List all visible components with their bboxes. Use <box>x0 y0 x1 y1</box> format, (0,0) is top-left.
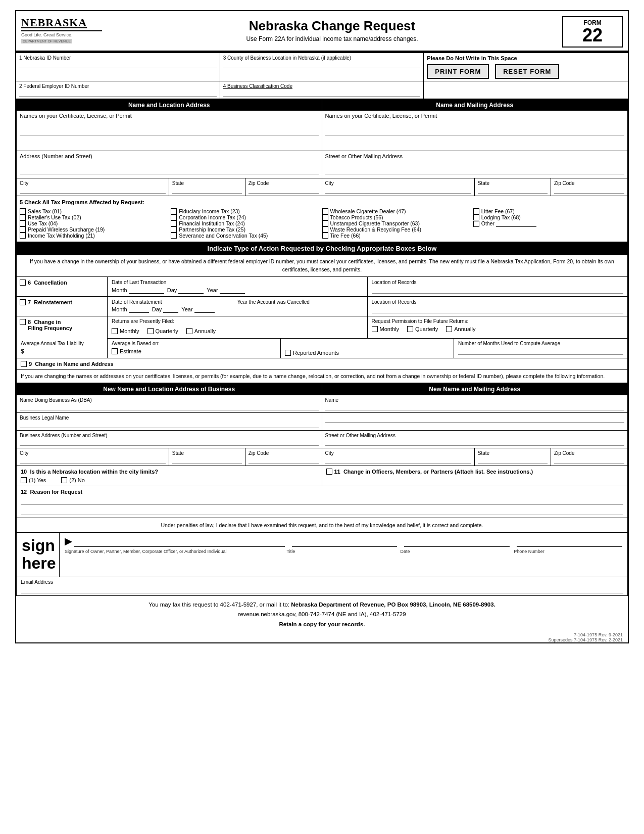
monthly-option-right: Monthly <box>372 326 400 332</box>
business-class-input[interactable] <box>223 90 421 97</box>
section7-location-input[interactable] <box>372 307 624 313</box>
sales-tax-checkbox[interactable] <box>20 208 26 214</box>
cancellation-checkbox[interactable] <box>20 280 26 286</box>
estimate-checkbox[interactable] <box>112 348 118 354</box>
address-input-right <box>322 165 628 178</box>
mailing-address-input[interactable] <box>325 168 625 174</box>
income-tax-wh-checkbox[interactable] <box>20 233 26 239</box>
tobacco-checkbox[interactable] <box>322 214 328 220</box>
new-city-right-input[interactable] <box>325 457 471 464</box>
phone-field[interactable] <box>517 536 622 547</box>
prepaid-wireless-checkbox[interactable] <box>20 226 26 233</box>
annually-checkbox-left[interactable] <box>186 328 192 334</box>
section8-label: 8 Change inFiling Frequency <box>28 319 72 331</box>
location-records-input[interactable] <box>372 287 624 294</box>
city-input[interactable] <box>20 187 166 194</box>
annually-option-right: Annually <box>446 326 475 332</box>
business-class-label: 4 Business Classification Code <box>223 83 421 89</box>
names-left-input[interactable] <box>20 129 319 135</box>
zip-right-cell: Zip Code <box>551 178 627 196</box>
new-mailing-cell: Street or Other Mailing Address <box>322 431 628 448</box>
nebraska-id-input[interactable] <box>19 62 217 68</box>
num-months-cell: Number of Months Used to Compute Average <box>454 339 627 358</box>
monthly-checkbox-left[interactable] <box>112 328 118 334</box>
new-name-input[interactable] <box>325 404 625 410</box>
yes-checkbox[interactable] <box>21 477 27 483</box>
reported-checkbox[interactable] <box>285 350 291 356</box>
location-records-label: Location of Records <box>372 280 624 285</box>
section7-label: 7 Reinstatement <box>28 299 72 305</box>
severance-checkbox[interactable] <box>171 233 177 239</box>
checkbox-use-tax: Use Tax (04) <box>20 220 171 226</box>
partnership-checkbox[interactable] <box>171 226 177 233</box>
quarterly-label-left: Quarterly <box>156 328 178 334</box>
address-street-input[interactable] <box>20 168 319 174</box>
reset-form-button[interactable]: RESET FORM <box>495 64 559 79</box>
checkbox-wholesale-cig: Wholesale Cigarette Dealer (47) <box>322 208 473 214</box>
year-cancelled-label: Year the Account was Cancelled <box>237 299 363 305</box>
fiduciary-checkbox[interactable] <box>171 208 177 214</box>
filing-freq-checkbox[interactable] <box>20 319 26 325</box>
reported-label: Reported Amounts <box>293 350 339 356</box>
names-right-input[interactable] <box>325 129 625 135</box>
estimate-label: Estimate <box>120 348 141 354</box>
monthly-label-right: Monthly <box>380 326 400 332</box>
no-checkbox[interactable] <box>61 477 67 483</box>
signature-field[interactable] <box>74 536 285 547</box>
zip-input[interactable] <box>249 187 319 194</box>
section6-label-cell: 6 Cancellation <box>17 277 108 296</box>
sign-arrow: ▶ <box>65 536 72 547</box>
wholesale-cig-checkbox[interactable] <box>322 208 328 214</box>
change-name-address-checkbox[interactable] <box>21 361 27 367</box>
waste-checkbox[interactable] <box>322 226 328 233</box>
tire-fee-checkbox[interactable] <box>322 233 328 239</box>
avg-tax-cell: Average Annual Tax Liability $ <box>17 339 108 358</box>
no-option: (2) No <box>61 477 85 483</box>
financial-checkbox[interactable] <box>171 220 177 226</box>
use-tax-checkbox[interactable] <box>20 220 26 226</box>
new-mailing-input[interactable] <box>325 439 625 446</box>
num-months-input[interactable] <box>458 348 623 355</box>
corporation-checkbox[interactable] <box>171 214 177 220</box>
reinstatement-checkbox[interactable] <box>20 299 26 305</box>
retailers-use-checkbox[interactable] <box>20 214 26 220</box>
new-legal-input[interactable] <box>325 416 625 423</box>
bus-address-input[interactable] <box>20 439 319 446</box>
state-input[interactable] <box>172 187 242 194</box>
state-right-input[interactable] <box>478 187 548 194</box>
print-form-button[interactable]: PRINT FORM <box>427 64 489 79</box>
county-input[interactable] <box>223 62 421 68</box>
quarterly-checkbox-right[interactable] <box>407 326 413 332</box>
new-zip-input[interactable] <box>249 457 319 464</box>
section12-label: 12 Reason for Request <box>21 489 623 495</box>
new-state-input[interactable] <box>172 457 242 464</box>
legal-name-input[interactable] <box>20 422 319 428</box>
quarterly-checkbox-left[interactable] <box>147 328 154 334</box>
new-mailing-label: Street or Other Mailing Address <box>325 433 625 438</box>
city-right-input[interactable] <box>325 187 471 194</box>
monthly-option-left: Monthly <box>112 328 139 334</box>
avg-based-cell: Average is Based on: Estimate <box>108 339 281 358</box>
reason-input[interactable] <box>21 498 623 505</box>
new-city-input[interactable] <box>20 457 166 464</box>
other-checkbox[interactable] <box>473 221 479 227</box>
title-field[interactable] <box>292 536 398 547</box>
new-zip-right-input[interactable] <box>554 457 624 464</box>
annually-checkbox-right[interactable] <box>446 326 452 332</box>
date-field[interactable] <box>404 536 510 547</box>
email-input[interactable] <box>21 587 623 593</box>
unstamped-checkbox[interactable] <box>322 220 328 226</box>
section6-date-cell: Date of Last Transaction Month Day Year <box>108 277 368 296</box>
officers-checkbox[interactable] <box>326 469 332 475</box>
dba-input[interactable] <box>20 404 319 410</box>
federal-employer-input[interactable] <box>19 90 217 97</box>
checkbox-sales-tax: Sales Tax (01) <box>20 208 171 214</box>
checkbox-severance: Severance and Conservation Tax (45) <box>171 233 322 239</box>
litter-checkbox[interactable] <box>473 208 479 214</box>
new-state-right-input[interactable] <box>478 457 548 464</box>
monthly-checkbox-right[interactable] <box>372 326 378 332</box>
zip-right-input[interactable] <box>554 187 624 194</box>
phone-label: Phone Number <box>514 549 622 554</box>
lodging-checkbox[interactable] <box>473 214 479 220</box>
section7-location-cell: Location of Records <box>368 297 628 316</box>
